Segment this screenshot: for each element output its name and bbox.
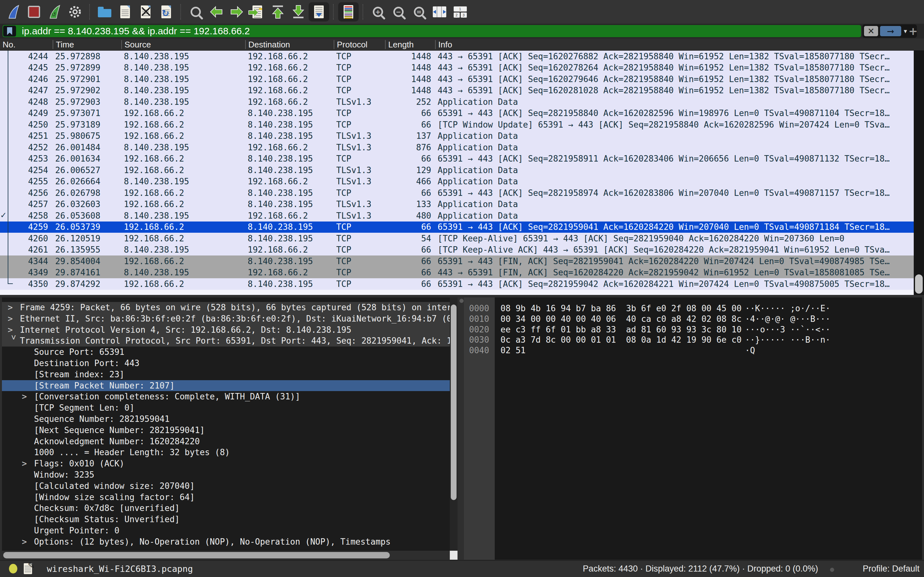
- go-to-bottom-button[interactable]: [288, 2, 309, 21]
- packet-row-4248[interactable]: 424825.9729038.140.238.195192.168.66.2TL…: [0, 96, 914, 108]
- packet-list-scroll-thumb[interactable]: [915, 274, 923, 293]
- colorize-toggle[interactable]: [338, 2, 359, 21]
- details-hscrollbar[interactable]: [2, 551, 450, 560]
- save-file-button[interactable]: [115, 2, 136, 21]
- detail-row[interactable]: [Stream Packet Number: 2107]: [2, 380, 450, 392]
- detail-row[interactable]: >[Conversation completeness: Complete, W…: [2, 391, 450, 402]
- filter-add-button[interactable]: +: [907, 26, 919, 37]
- packet-row-4259[interactable]: 425926.053739192.168.66.28.140.238.195TC…: [0, 221, 914, 233]
- column-header-no[interactable]: No.: [0, 40, 53, 49]
- pane-splitter[interactable]: [459, 295, 464, 560]
- packet-row-4255[interactable]: 425526.0266648.140.238.195192.168.66.2TL…: [0, 176, 914, 187]
- resize-columns-button[interactable]: [429, 2, 450, 21]
- close-file-button[interactable]: [136, 2, 156, 21]
- hex-row[interactable]: 004002 51·Q: [464, 345, 922, 356]
- reload-file-button[interactable]: ↻: [156, 2, 176, 21]
- restart-capture-button[interactable]: ↺: [44, 2, 65, 21]
- open-file-button[interactable]: [94, 2, 115, 21]
- detail-row[interactable]: Destination Port: 443: [2, 358, 450, 369]
- go-to-packet-button[interactable]: [247, 2, 268, 21]
- hex-row[interactable]: 000008 9b 4b 16 94 b7 ba 86 3b 6f e0 2f …: [464, 303, 922, 314]
- packet-row-4258[interactable]: 425826.0536088.140.238.195192.168.66.2TL…: [0, 210, 914, 221]
- filter-clear-button[interactable]: ✕: [864, 26, 878, 36]
- column-header-time[interactable]: Time: [53, 40, 121, 49]
- detail-row[interactable]: Source Port: 65391: [2, 347, 450, 358]
- detail-row[interactable]: [Window size scaling factor: 64]: [2, 492, 450, 503]
- wireshark-logo-icon[interactable]: [3, 2, 24, 21]
- zoom-in-button[interactable]: +: [368, 2, 388, 21]
- auto-scroll-toggle[interactable]: [309, 2, 329, 21]
- detail-row[interactable]: Checksum: 0x7d8c [unverified]: [2, 503, 450, 514]
- column-header-info[interactable]: Info: [435, 40, 924, 49]
- detail-row[interactable]: >Frame 4259: Packet, 66 bytes on wire (5…: [2, 302, 450, 313]
- filter-apply-button[interactable]: ➞: [880, 26, 901, 36]
- detail-row[interactable]: 1000 .... = Header Length: 32 bytes (8): [2, 447, 450, 458]
- detail-row[interactable]: [Calculated window size: 207040]: [2, 480, 450, 492]
- capture-options-button[interactable]: [65, 2, 86, 21]
- details-hscroll-thumb[interactable]: [3, 552, 390, 558]
- expander-icon[interactable]: >: [8, 313, 20, 324]
- expander-icon[interactable]: >: [22, 391, 34, 402]
- go-forward-button[interactable]: [226, 2, 247, 21]
- packet-row-4344[interactable]: 434429.854004192.168.66.28.140.238.195TC…: [0, 255, 914, 267]
- detail-row[interactable]: >Ethernet II, Src: ba:86:3b:6f:e0:2f (ba…: [2, 313, 450, 324]
- expander-icon[interactable]: >: [8, 302, 20, 313]
- packet-row-4247[interactable]: 424725.9729028.140.238.195192.168.66.2TC…: [0, 85, 914, 97]
- packet-row-4246[interactable]: 424625.9729018.140.238.195192.168.66.2TC…: [0, 73, 914, 85]
- detail-row[interactable]: Sequence Number: 2821959041: [2, 414, 450, 425]
- hex-row[interactable]: 001000 34 00 00 40 00 40 06 40 ca c0 a8 …: [464, 314, 922, 324]
- details-vscroll-thumb[interactable]: [451, 305, 457, 500]
- filter-bookmark-icon[interactable]: [3, 26, 16, 37]
- packet-row-4256[interactable]: 425626.026798192.168.66.28.140.238.195TC…: [0, 187, 914, 199]
- column-header-source[interactable]: Source: [121, 40, 245, 49]
- details-vscrollbar[interactable]: [450, 298, 457, 551]
- column-header-protocol[interactable]: Protocol: [334, 40, 385, 49]
- layout-button[interactable]: 1 2 3: [450, 2, 470, 21]
- packet-row-4250[interactable]: 425025.973189192.168.66.28.140.238.195TC…: [0, 119, 914, 131]
- detail-row[interactable]: >Flags: 0x010 (ACK): [2, 458, 450, 469]
- display-filter-input[interactable]: ip.addr == 8.140.238.195 && ip.addr == 1…: [3, 25, 861, 37]
- detail-row[interactable]: Acknowledgment Number: 1620284220: [2, 436, 450, 447]
- hex-row[interactable]: 0020ee c3 ff 6f 01 bb a8 33 ad 81 60 93 …: [464, 324, 922, 335]
- detail-row[interactable]: Urgent Pointer: 0: [2, 525, 450, 536]
- expert-info-icon[interactable]: [9, 564, 17, 574]
- packet-row-4260[interactable]: 426026.120519192.168.66.28.140.238.195TC…: [0, 233, 914, 244]
- go-back-button[interactable]: [206, 2, 226, 21]
- packet-row-4245[interactable]: 424525.9728998.140.238.195192.168.66.2TC…: [0, 62, 914, 74]
- detail-row[interactable]: [TCP Segment Len: 0]: [2, 402, 450, 414]
- expander-icon[interactable]: >: [8, 335, 19, 347]
- packet-row-4253[interactable]: 425326.001634192.168.66.28.140.238.195TC…: [0, 153, 914, 165]
- detail-row[interactable]: [Stream index: 23]: [2, 369, 450, 380]
- packet-row-4261[interactable]: 426126.1359558.140.238.195192.168.66.2TC…: [0, 244, 914, 256]
- column-header-destination[interactable]: Destination: [245, 40, 334, 49]
- find-packet-button[interactable]: [186, 2, 206, 21]
- packet-list-scrollbar[interactable]: [914, 51, 924, 295]
- detail-row[interactable]: >Options: (12 bytes), No-Operation (NOP)…: [2, 536, 450, 548]
- expander-icon[interactable]: >: [22, 536, 34, 548]
- hex-row[interactable]: 00300c a3 7d 8c 00 00 01 01 08 0a 1d 42 …: [464, 335, 922, 345]
- detail-row[interactable]: >Internet Protocol Version 4, Src: 192.1…: [2, 324, 450, 335]
- go-to-top-button[interactable]: [268, 2, 288, 21]
- stop-capture-button[interactable]: [24, 2, 44, 21]
- profile-label[interactable]: Profile: Default: [863, 564, 919, 574]
- expander-icon[interactable]: >: [22, 458, 34, 469]
- packet-row-4244[interactable]: 424425.9728988.140.238.195192.168.66.2TC…: [0, 51, 914, 62]
- filter-dropdown-icon[interactable]: ▾: [904, 27, 907, 35]
- packet-row-4251[interactable]: 425125.980675192.168.66.28.140.238.195TL…: [0, 131, 914, 142]
- detail-row[interactable]: Window: 3235: [2, 469, 450, 480]
- packet-row-4350[interactable]: 435029.874292192.168.66.28.140.238.195TC…: [0, 278, 914, 290]
- packet-row-4249[interactable]: 424925.973071192.168.66.28.140.238.195TC…: [0, 108, 914, 119]
- packet-row-4252[interactable]: 425226.0014848.140.238.195192.168.66.2TL…: [0, 142, 914, 153]
- packet-row-4349[interactable]: 434929.8741618.140.238.195192.168.66.2TC…: [0, 267, 914, 279]
- zoom-reset-button[interactable]: =: [409, 2, 429, 21]
- zoom-out-button[interactable]: −: [388, 2, 409, 21]
- detail-row[interactable]: [Checksum Status: Unverified]: [2, 514, 450, 525]
- capture-comment-icon[interactable]: ✎: [24, 563, 32, 574]
- packet-row-4254[interactable]: 425426.006527192.168.66.28.140.238.195TL…: [0, 164, 914, 176]
- expander-icon[interactable]: >: [8, 324, 20, 335]
- packet-row-4257[interactable]: 425726.032603192.168.66.28.140.238.195TL…: [0, 199, 914, 210]
- detail-row[interactable]: [Next Sequence Number: 2821959041]: [2, 425, 450, 436]
- detail-row[interactable]: >Transmission Control Protocol, Src Port…: [2, 335, 450, 347]
- column-header-length[interactable]: Length: [385, 40, 435, 49]
- splitter-handle-icon[interactable]: [459, 299, 464, 303]
